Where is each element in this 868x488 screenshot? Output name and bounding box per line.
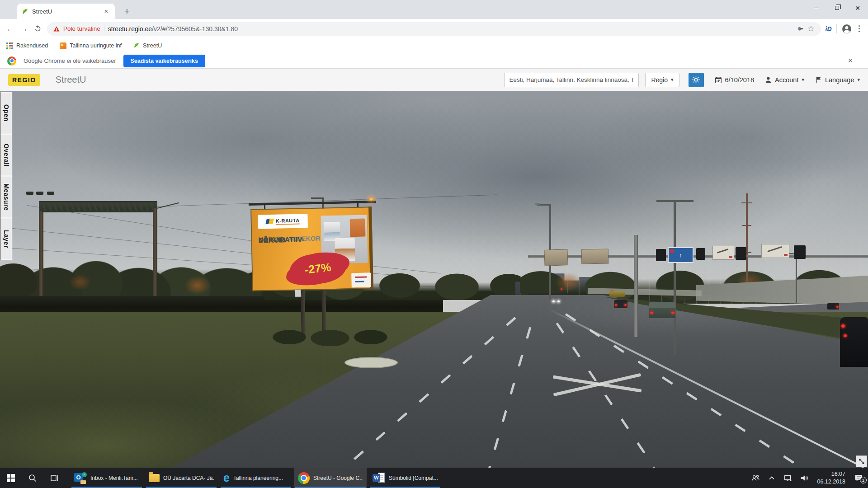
browser-menu-icon[interactable] bbox=[854, 23, 865, 35]
tool-sidebar: Open Overall Measure Layer bbox=[0, 92, 12, 260]
bushes bbox=[262, 326, 398, 346]
security-warning-icon[interactable] bbox=[53, 26, 60, 32]
sidebar-tab-layer[interactable]: Layer bbox=[0, 218, 12, 260]
billboard-headline-line: VÄRVID bbox=[258, 235, 286, 244]
bookmark-streetu[interactable]: StreetU bbox=[133, 42, 162, 49]
catenary-lamp bbox=[47, 192, 54, 195]
forward-button[interactable]: → bbox=[17, 22, 31, 36]
date-label: 6/10/2018 bbox=[725, 76, 755, 84]
windows-taskbar: O ✓ Inbox - Merili.Tam... OÜ Jacarta DCA… bbox=[0, 468, 868, 488]
set-default-browser-button[interactable]: Seadista vaikebrauseriks bbox=[123, 55, 205, 67]
omnibox[interactable]: Pole turvaline streetu.regio.ee/v2/#/?57… bbox=[47, 22, 821, 36]
fullscreen-button[interactable] bbox=[856, 455, 867, 467]
taskbar-search-button[interactable] bbox=[22, 468, 43, 488]
tab-title: StreetU bbox=[32, 8, 99, 15]
password-key-icon[interactable] bbox=[797, 25, 804, 33]
street-view-viewport: ↑ K-RAUTA bbox=[0, 91, 868, 468]
network-icon[interactable] bbox=[783, 474, 793, 482]
security-warning-label[interactable]: Pole turvaline bbox=[63, 25, 100, 32]
billboard-brand-name: K-RAUTA bbox=[276, 217, 300, 225]
fullscreen-resize-icon bbox=[858, 457, 866, 465]
url-path: /v2/#/?5795605&-130.30&1.80 bbox=[152, 25, 238, 33]
volume-icon[interactable] bbox=[799, 474, 810, 482]
sun-icon bbox=[692, 75, 700, 84]
taskbar-clock[interactable]: 16:07 06.12.2018 bbox=[817, 470, 845, 486]
task-view-icon bbox=[50, 474, 59, 483]
bookmark-star-icon[interactable]: ☆ bbox=[807, 24, 814, 33]
taskbar-app-chrome[interactable]: StreetU - Google C... bbox=[294, 468, 367, 488]
taskbar-app-word[interactable]: W Sümbolid [Compat... bbox=[369, 468, 441, 488]
clock-date: 06.12.2018 bbox=[817, 478, 845, 486]
catenary-pole bbox=[39, 211, 43, 307]
billboard-discount: -27% bbox=[304, 261, 331, 277]
sidebar-tab-overall[interactable]: Overall bbox=[0, 134, 12, 176]
user-icon bbox=[765, 76, 772, 83]
app-header: REGIO StreetU Regio ▾ 6/10/2018 Account … bbox=[0, 69, 868, 91]
location-search-input[interactable] bbox=[504, 73, 639, 87]
start-button[interactable] bbox=[0, 468, 22, 488]
billboard-inset-image bbox=[351, 272, 371, 288]
profile-avatar-icon[interactable] bbox=[840, 23, 854, 34]
sign-back bbox=[581, 249, 609, 264]
back-button[interactable]: ← bbox=[4, 22, 17, 36]
people-icon[interactable] bbox=[750, 474, 761, 482]
language-dropdown[interactable]: Language ▾ bbox=[815, 76, 860, 84]
chevron-down-icon: ▾ bbox=[671, 77, 674, 83]
taskbar-app-internet-explorer[interactable]: e Tallinna planeering... bbox=[220, 468, 292, 488]
close-button[interactable]: × bbox=[847, 0, 868, 15]
sign-arrow: ↑ bbox=[679, 252, 682, 258]
browser-toolbar: ← → Pole turvaline streetu.regio.ee/v2/#… bbox=[0, 19, 868, 38]
browser-tab[interactable]: StreetU × bbox=[17, 4, 115, 19]
car bbox=[827, 303, 839, 310]
task-view-button[interactable] bbox=[43, 468, 65, 488]
street-lamp-pole bbox=[674, 200, 676, 355]
tab-close-icon[interactable]: × bbox=[102, 7, 110, 15]
taskbar-app-folder[interactable]: OÜ Jacarta DCA- Jä... bbox=[145, 468, 217, 488]
orange-site-favicon bbox=[60, 42, 66, 49]
id-card-extension-icon[interactable]: iD bbox=[824, 24, 834, 33]
url-host: streetu.regio.ee bbox=[108, 25, 152, 33]
billboard: K-RAUTA KÕIK RILAKDEKOR DEKORATIIV- VÄRV… bbox=[250, 206, 373, 291]
outlook-icon: O ✓ bbox=[74, 472, 87, 484]
chrome-logo-icon bbox=[7, 56, 16, 66]
bookmark-label: Rakendused bbox=[16, 42, 48, 49]
action-center-button[interactable]: 1 bbox=[853, 474, 864, 482]
taskbar-app-label: OÜ Jacarta DCA- Jä... bbox=[163, 475, 214, 481]
date-picker[interactable]: 6/10/2018 bbox=[715, 76, 755, 84]
account-label: Account bbox=[775, 76, 798, 84]
leaf-favicon-icon bbox=[22, 8, 28, 15]
bookmark-tallinna-uuringud[interactable]: Tallinna uuringute inf bbox=[60, 42, 122, 49]
windows-logo-icon bbox=[7, 474, 15, 482]
provider-dropdown[interactable]: Regio ▾ bbox=[645, 73, 679, 87]
car-foreground bbox=[840, 317, 868, 367]
crane-bar bbox=[742, 225, 751, 226]
provider-label: Regio bbox=[651, 76, 668, 84]
regio-logo[interactable]: REGIO bbox=[8, 74, 40, 86]
lane-signal-box bbox=[736, 247, 746, 260]
language-label: Language bbox=[825, 76, 854, 84]
calendar-icon bbox=[715, 76, 722, 84]
navigation-target-ellipse[interactable] bbox=[344, 357, 398, 368]
restore-button[interactable] bbox=[826, 0, 847, 15]
brightness-button[interactable] bbox=[689, 73, 704, 87]
k-rauta-logo-icon bbox=[265, 219, 274, 224]
chevron-up-icon[interactable] bbox=[766, 476, 777, 480]
new-tab-button[interactable]: + bbox=[120, 5, 134, 18]
catenary-lamp bbox=[26, 192, 33, 195]
bookmark-apps[interactable]: Rakendused bbox=[6, 42, 48, 49]
street-lamp-arm bbox=[656, 200, 693, 202]
street-lamp-head bbox=[535, 203, 540, 205]
white-direction-sign bbox=[712, 246, 734, 260]
account-dropdown[interactable]: Account ▾ bbox=[765, 76, 804, 84]
internet-explorer-icon: e bbox=[223, 472, 230, 483]
reload-button[interactable] bbox=[31, 22, 44, 36]
taskbar-app-outlook[interactable]: O ✓ Inbox - Merili.Tam... bbox=[71, 468, 143, 488]
taskbar-app-label: Tallinna planeering... bbox=[233, 475, 283, 481]
sidebar-tab-measure[interactable]: Measure bbox=[0, 176, 12, 218]
bookmark-label: Tallinna uuringute inf bbox=[70, 42, 122, 49]
minimize-button[interactable] bbox=[806, 0, 826, 15]
url-text[interactable]: streetu.regio.ee/v2/#/?5795605&-130.30&1… bbox=[108, 25, 238, 33]
notification-close-icon[interactable]: × bbox=[844, 55, 856, 66]
close-icon: × bbox=[855, 4, 860, 12]
sidebar-tab-open[interactable]: Open bbox=[0, 92, 12, 134]
